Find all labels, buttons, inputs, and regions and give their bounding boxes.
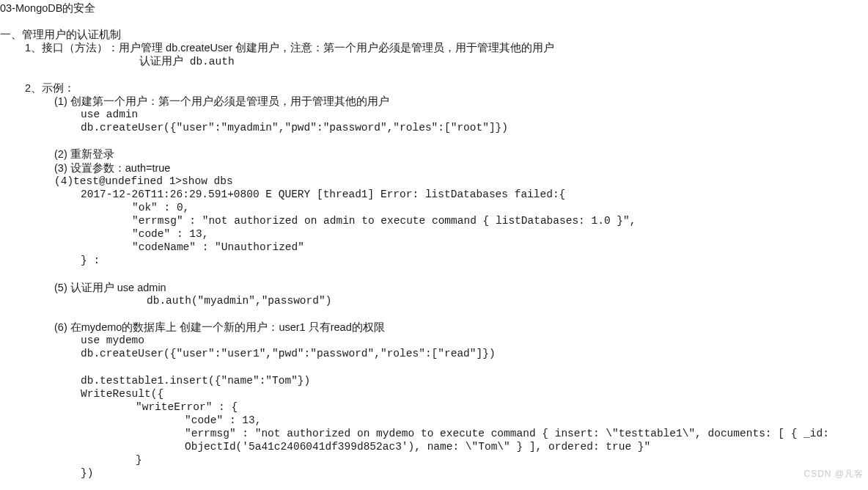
example-6-result: WriteResult({ [0,387,868,401]
example-4-cmd: (4)test@undefined 1>show dbs [0,175,868,188]
blank-line [0,268,868,281]
example-6-result: "errmsg" : "not authorized on mydemo to … [0,427,868,440]
blank-line [0,134,868,147]
example-4-output: "code" : 13, [0,227,868,241]
example-5-title: (5) 认证用户 use admin [0,281,868,294]
example-4-output: "codeName" : "Unauthorized" [0,241,868,254]
example-1-code: db.createUser({"user":"myadmin","pwd":"p… [0,121,868,134]
blank-line [0,15,868,28]
item-interface: 1、接口（方法）：用户管理 db.createUser 创建用户，注意：第一个用… [0,41,868,54]
item-examples-heading: 2、示例： [0,81,868,95]
example-3: (3) 设置参数：auth=true [0,161,868,175]
example-4-output: } : [0,254,868,267]
example-6-result: "writeError" : { [0,401,868,414]
example-6-insert: db.testtable1.insert({"name":"Tom"}) [0,374,868,387]
example-6-code: db.createUser({"user":"user1","pwd":"pas… [0,347,868,360]
example-4-output: "errmsg" : "not authorized on admin to e… [0,214,868,227]
example-4-output: 2017-12-26T11:26:29.591+0800 E QUERY [th… [0,188,868,201]
example-6-result: }) [0,467,868,480]
csdn-watermark: CSDN @凡客 [803,469,864,480]
example-4-output: "ok" : 0, [0,201,868,214]
example-1-code: use admin [0,108,868,121]
example-6-result: ObjectId('5a41c2406041df399d852ac3'), na… [0,440,868,453]
example-5-code: db.auth("myadmin","password") [0,294,868,307]
item-interface-auth: 认证用户 db.auth [0,55,868,68]
blank-line [0,68,868,81]
example-6-result: "code" : 13, [0,414,868,427]
example-6-title: (6) 在mydemo的数据库上 创建一个新的用户：user1 只有read的权… [0,321,868,334]
example-1-title: (1) 创建第一个用户：第一个用户必须是管理员，用于管理其他的用户 [0,95,868,108]
example-2: (2) 重新登录 [0,147,868,161]
example-6-code: use mydemo [0,334,868,347]
blank-line [0,480,868,491]
doc-title: 03-MongoDB的安全 [0,1,868,15]
blank-line [0,360,868,373]
blank-line [0,307,868,321]
example-6-result: } [0,453,868,467]
section-heading: 一、管理用户的认证机制 [0,28,868,41]
